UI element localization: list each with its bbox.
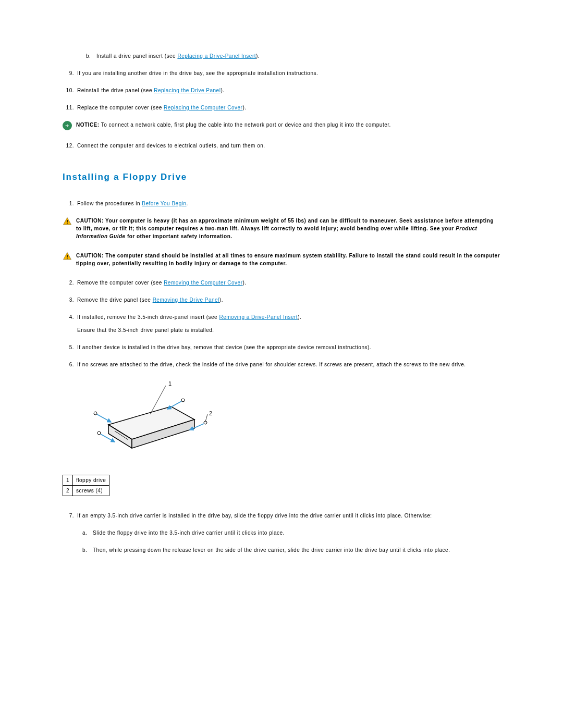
text: If installed, remove the 3.5-inch drive-… <box>77 314 219 320</box>
step-number: 7. <box>63 512 77 520</box>
step-12: 12. Connect the computer and devices to … <box>63 142 500 150</box>
step-text: If another device is installed in the dr… <box>77 343 500 351</box>
link-removing-drive-panel-insert[interactable]: Removing a Drive-Panel Insert <box>219 314 298 320</box>
text: Your computer is heavy (it has an approx… <box>76 218 494 231</box>
notice-text: NOTICE: To connect a network cable, firs… <box>76 121 500 130</box>
step-text: If an empty 3.5-inch drive carrier is in… <box>77 512 500 520</box>
document-content: b. Install a drive panel insert (see Rep… <box>63 52 500 554</box>
step-text: If no screws are attached to the drive, … <box>77 361 500 368</box>
legend-text: floppy drive <box>73 475 109 485</box>
svg-point-14 <box>181 399 185 402</box>
step-body: Remove the drive panel (see Removing the… <box>77 296 500 304</box>
step-number: 3. <box>63 296 77 304</box>
step-4: 4. If installed, remove the 3.5-inch dri… <box>63 313 500 334</box>
step-number: 6. <box>63 361 77 368</box>
notice-block: NOTICE: To connect a network cable, firs… <box>63 121 500 130</box>
step-7: 7. If an empty 3.5-inch drive carrier is… <box>63 512 500 520</box>
diagram-label-1: 1 <box>168 380 172 387</box>
step-3: 3. Remove the drive panel (see Removing … <box>63 296 500 304</box>
text: . <box>187 201 188 206</box>
text: ). <box>242 105 246 110</box>
caution-label: CAUTION: <box>76 253 104 258</box>
step-body: If installed, remove the 3.5-inch drive-… <box>77 313 500 334</box>
link-removing-computer-cover[interactable]: Removing the Computer Cover <box>164 280 242 286</box>
svg-line-8 <box>97 414 111 422</box>
text: Follow the procedures in <box>77 201 142 206</box>
step-body: Follow the procedures in Before You Begi… <box>77 200 500 207</box>
step-number: 4. <box>63 313 77 334</box>
caution-triangle-icon <box>63 217 72 226</box>
table-row: 1 floppy drive <box>63 475 109 485</box>
caution-text: CAUTION: Your computer is heavy (it has … <box>76 217 500 240</box>
text: Remove the computer cover (see <box>77 280 164 286</box>
sub-text: Then, while pressing down the release le… <box>93 546 450 554</box>
step-number: 5. <box>63 343 77 351</box>
link-replacing-drive-panel[interactable]: Replacing the Drive Panel <box>154 88 221 93</box>
step-7-sublist: a. Slide the floppy drive into the 3.5-i… <box>63 529 500 554</box>
sub-step-b: b. Install a drive panel insert (see Rep… <box>63 52 500 60</box>
section-heading: Installing a Floppy Drive <box>63 170 500 184</box>
step-10: 10. Reinstall the drive panel (see Repla… <box>63 87 500 94</box>
caution-triangle-icon <box>63 252 72 261</box>
step-2: 2. Remove the computer cover (see Removi… <box>63 279 500 287</box>
legend-num: 2 <box>63 485 73 496</box>
legend-text: screws (4) <box>73 485 109 496</box>
step-number: 2. <box>63 279 77 287</box>
step-body: Replace the computer cover (see Replacin… <box>77 104 500 112</box>
sub-marker: b. <box>86 52 96 60</box>
step-6: 6. If no screws are attached to the driv… <box>63 361 500 368</box>
text: To connect a network cable, first plug t… <box>100 122 391 128</box>
text: The computer stand should be installed a… <box>76 253 500 266</box>
step-1: 1. Follow the procedures in Before You B… <box>63 200 500 207</box>
sub-text: Slide the floppy drive into the 3.5-inch… <box>93 529 285 537</box>
floppy-drive-diagram: 1 2 <box>77 378 500 463</box>
sub-marker: b. <box>82 546 93 554</box>
text: ). <box>219 297 223 303</box>
sub-step-7a: a. Slide the floppy drive into the 3.5-i… <box>77 529 500 537</box>
step-text: Connect the computer and devices to elec… <box>77 142 500 150</box>
step-4-extra: Ensure that the 3.5-inch drive panel pla… <box>77 326 500 334</box>
step-11: 11. Replace the computer cover (see Repl… <box>63 104 500 112</box>
link-replacing-computer-cover[interactable]: Replacing the Computer Cover <box>164 105 242 110</box>
svg-line-10 <box>167 401 181 409</box>
caution-text: CAUTION: The computer stand should be in… <box>76 252 500 267</box>
sub-step-7b: b. Then, while pressing down the release… <box>77 546 500 554</box>
svg-line-17 <box>205 414 207 422</box>
step-5: 5. If another device is installed in the… <box>63 343 500 351</box>
sub-marker: a. <box>82 529 93 537</box>
step-number: 10. <box>63 87 77 94</box>
step-number: 11. <box>63 104 77 112</box>
text: ). <box>221 88 224 93</box>
text: ). <box>256 53 260 59</box>
text: Replace the computer cover (see <box>77 105 164 110</box>
step-9: 9. If you are installing another drive i… <box>63 69 500 77</box>
svg-point-12 <box>94 412 97 415</box>
notice-label: NOTICE: <box>76 122 100 128</box>
caution-label: CAUTION: <box>76 218 104 224</box>
svg-point-13 <box>97 431 101 435</box>
svg-rect-2 <box>67 255 68 257</box>
text: ). <box>242 280 246 286</box>
arrow-circle-icon <box>63 121 72 130</box>
step-number: 1. <box>63 200 77 207</box>
caution-block-1: CAUTION: Your computer is heavy (it has … <box>63 217 500 240</box>
svg-rect-3 <box>67 257 68 258</box>
step-text: If you are installing another drive in t… <box>77 69 500 77</box>
link-removing-drive-panel[interactable]: Removing the Drive Panel <box>153 297 219 303</box>
link-replacing-drive-panel-insert[interactable]: Replacing a Drive-Panel Insert <box>177 53 256 59</box>
text: Remove the drive panel (see <box>77 297 153 303</box>
diagram-legend-table: 1 floppy drive 2 screws (4) <box>63 475 109 496</box>
text: Install a drive panel insert (see <box>96 53 177 59</box>
link-before-you-begin[interactable]: Before You Begin <box>142 201 186 206</box>
step-number: 9. <box>63 69 77 77</box>
svg-rect-1 <box>67 223 68 224</box>
caution-block-2: CAUTION: The computer stand should be in… <box>63 252 500 267</box>
text: ). <box>298 314 301 320</box>
text: Reinstall the drive panel (see <box>77 88 154 93</box>
text: for other important safety information. <box>126 233 232 239</box>
table-row: 2 screws (4) <box>63 485 109 496</box>
svg-rect-0 <box>67 220 68 223</box>
step-number: 12. <box>63 142 77 150</box>
notice-icon <box>63 121 72 130</box>
sub-body: Install a drive panel insert (see Replac… <box>96 52 260 60</box>
